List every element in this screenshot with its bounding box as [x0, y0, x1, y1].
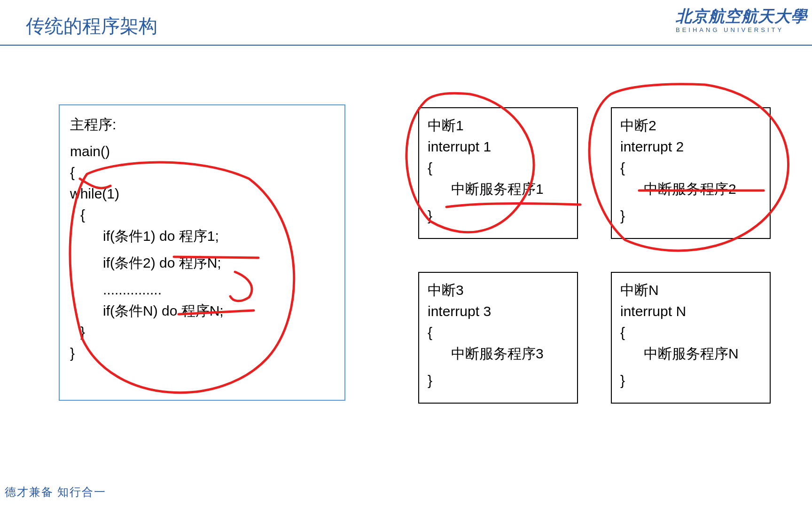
brace-open: { — [428, 322, 569, 343]
interrupt-body: 中断服务程序3 — [428, 343, 569, 364]
dots-line: ............... — [70, 279, 334, 300]
interrupt-body: 中断服务程序2 — [620, 178, 761, 199]
brace-close: } — [428, 370, 569, 391]
school-logo: 北京航空航天大學 BEIHANG UNIVERSITY — [676, 6, 807, 33]
footer-motto: 德才兼备 知行合一 — [5, 484, 106, 500]
interrupt-title: 中断2 — [620, 115, 761, 136]
slide-header: 传统的程序架构 北京航空航天大學 BEIHANG UNIVERSITY — [0, 0, 812, 46]
main-open-brace: { — [70, 162, 334, 183]
main-func: main() — [70, 141, 334, 162]
brace-close: } — [620, 370, 761, 391]
if-line-2: if(条件2) do 程序N; — [70, 252, 334, 273]
interrupt-title: 中断1 — [428, 115, 569, 136]
if-line-n: if(条件N) do 程序N; — [70, 300, 334, 321]
brace-open: { — [428, 157, 569, 178]
interrupt-sig: interrupt 1 — [428, 136, 569, 157]
logo-cn: 北京航空航天大學 — [676, 6, 807, 27]
interrupt-body: 中断服务程序1 — [428, 178, 569, 199]
main-while: while(1) — [70, 183, 334, 204]
interrupt-sig: interrupt 3 — [428, 301, 569, 322]
brace-close: } — [428, 205, 569, 226]
interrupt-box-2: 中断2 interrupt 2 { 中断服务程序2 } — [611, 107, 771, 239]
while-close-brace: } — [70, 321, 334, 342]
while-open-brace: { — [70, 204, 334, 225]
interrupt-title: 中断3 — [428, 279, 569, 301]
brace-open: { — [620, 322, 761, 343]
interrupt-title: 中断N — [620, 279, 761, 301]
interrupt-box-1: 中断1 interrupt 1 { 中断服务程序1 } — [418, 107, 578, 239]
main-close-brace: } — [70, 342, 334, 364]
interrupt-sig: interrupt 2 — [620, 136, 761, 157]
brace-close: } — [620, 205, 761, 226]
if-line-1: if(条件1) do 程序1; — [70, 225, 334, 246]
page-title: 传统的程序架构 — [26, 13, 157, 39]
logo-en: BEIHANG UNIVERSITY — [676, 26, 807, 33]
interrupt-sig: interrupt N — [620, 301, 761, 322]
interrupt-body: 中断服务程序N — [620, 343, 761, 364]
interrupt-box-n: 中断N interrupt N { 中断服务程序N } — [611, 272, 771, 404]
brace-open: { — [620, 157, 761, 178]
interrupt-box-3: 中断3 interrupt 3 { 中断服务程序3 } — [418, 272, 578, 404]
main-label: 主程序: — [70, 114, 334, 135]
main-program-box: 主程序: main() { while(1) { if(条件1) do 程序1;… — [59, 104, 345, 401]
